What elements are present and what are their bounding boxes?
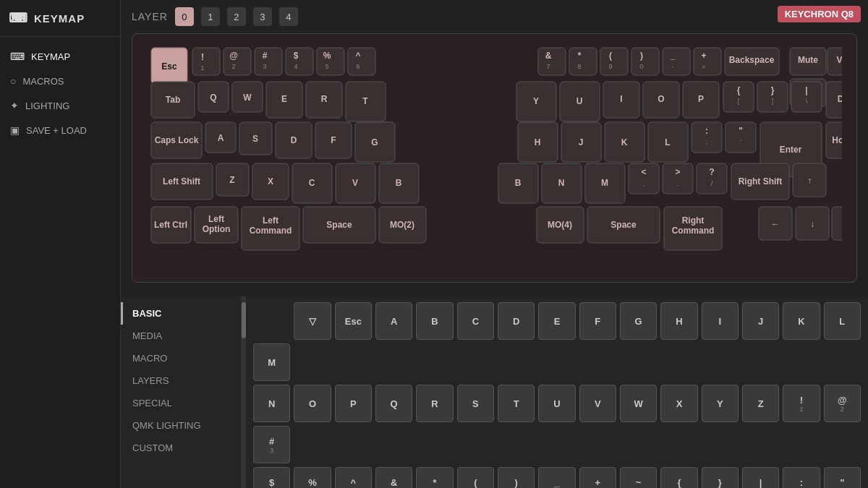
picker-key-esc[interactable]: Esc (335, 302, 372, 340)
sidebar-item-macros[interactable]: ○ MACROS (0, 69, 120, 93)
svg-text:L: L (665, 137, 670, 147)
svg-text:Command: Command (671, 226, 714, 236)
layer-btn-2[interactable]: 2 (227, 7, 246, 26)
picker-key-q[interactable]: Q (375, 385, 412, 422)
svg-text:I: I (620, 94, 622, 104)
picker-key-excl-1[interactable]: !1 (783, 385, 820, 422)
picker-key-o[interactable]: O (294, 385, 331, 422)
picker-key-lparen-9[interactable]: (9 (457, 467, 494, 488)
key-picker: BASIC MEDIA MACRO LAYERS SPECIAL QMK LIG… (121, 296, 868, 488)
category-media[interactable]: MEDIA (121, 325, 241, 347)
picker-key-f[interactable]: F (579, 302, 616, 340)
category-custom[interactable]: CUSTOM (121, 437, 241, 459)
picker-key-b[interactable]: B (416, 302, 453, 340)
picker-key-c[interactable]: C (457, 302, 494, 340)
picker-key-star-8[interactable]: *8 (416, 467, 453, 488)
svg-text:1: 1 (200, 64, 204, 72)
svg-text:Option: Option (202, 224, 230, 234)
picker-key-p[interactable]: P (335, 385, 372, 422)
svg-text:#: # (262, 51, 267, 61)
layer-btn-1[interactable]: 1 (201, 7, 220, 26)
picker-key-l[interactable]: L (824, 302, 861, 340)
svg-text:←: ← (771, 219, 780, 229)
picker-key-m[interactable]: M (253, 343, 290, 381)
category-basic[interactable]: BASIC (121, 302, 241, 325)
layer-btn-3[interactable]: 3 (253, 7, 272, 26)
svg-rect-20 (538, 48, 566, 75)
picker-key-rbrace-rbrack[interactable]: }] (702, 467, 739, 488)
picker-key-n[interactable]: N (253, 385, 290, 422)
sidebar-item-lighting-label: LIGHTING (25, 100, 69, 111)
picker-key-d[interactable]: D (498, 302, 535, 340)
picker-key-v[interactable]: V (579, 385, 616, 422)
sidebar-item-lighting[interactable]: ✦ LIGHTING (0, 93, 120, 118)
svg-text:4: 4 (294, 63, 297, 70)
svg-text:-: - (671, 63, 673, 70)
category-layers[interactable]: LAYERS (121, 369, 241, 392)
picker-key-h[interactable]: H (660, 302, 697, 340)
svg-text:&: & (545, 51, 551, 61)
layer-btn-0[interactable]: 0 (175, 7, 194, 26)
picker-key-z[interactable]: Z (742, 385, 779, 422)
svg-text:O: O (658, 94, 664, 104)
picker-key-amp-7[interactable]: &7 (375, 467, 412, 488)
svg-text:M: M (601, 178, 608, 188)
picker-key-x[interactable]: X (660, 385, 697, 422)
picker-key-lbrace-lbrack[interactable]: {[ (660, 467, 697, 488)
svg-text:P: P (697, 94, 703, 104)
layer-label: LAYER (132, 11, 168, 22)
svg-text:$: $ (293, 51, 298, 61)
svg-text:Space: Space (326, 220, 352, 230)
picker-key-at-2[interactable]: @2 (824, 385, 861, 422)
picker-key-colon-semi[interactable]: :; (783, 467, 820, 488)
picker-key-dollar-4[interactable]: $4 (253, 467, 290, 488)
picker-key-rparen-0[interactable]: )0 (498, 467, 535, 488)
svg-rect-35 (694, 48, 721, 75)
category-qmk-lighting[interactable]: QMK LIGHTING (121, 414, 241, 437)
keyboard-icon: ⌨ (9, 10, 28, 26)
picker-key-plus-equal[interactable]: += (579, 467, 616, 488)
svg-text:S: S (252, 134, 258, 144)
picker-key-transparent[interactable]: ▽ (294, 302, 331, 340)
picker-key-caret-6[interactable]: ^6 (335, 467, 372, 488)
svg-text:Y: Y (532, 96, 538, 106)
svg-text:0: 0 (639, 63, 643, 70)
picker-key-pct-5[interactable]: %5 (294, 467, 331, 488)
picker-key-t[interactable]: T (498, 385, 535, 422)
svg-text:Left Ctrl: Left Ctrl (154, 220, 187, 230)
category-macro[interactable]: MACRO (121, 347, 241, 369)
picker-key-a[interactable]: A (375, 302, 412, 340)
picker-key-i[interactable]: I (702, 302, 739, 340)
svg-text:Space: Space (610, 220, 637, 230)
picker-key-s[interactable]: S (457, 385, 494, 422)
picker-key-y[interactable]: Y (702, 385, 739, 422)
layer-btn-4[interactable]: 4 (279, 7, 298, 26)
svg-text:G: G (371, 137, 378, 147)
picker-key-u[interactable]: U (538, 385, 575, 422)
sidebar-item-keymap[interactable]: ⌨ KEYMAP (0, 44, 120, 69)
picker-key-w[interactable]: W (620, 385, 657, 422)
svg-text:D: D (290, 135, 297, 145)
svg-text:_: _ (669, 51, 675, 61)
picker-key-r[interactable]: R (416, 385, 453, 422)
picker-key-tilde-grave[interactable]: ~` (620, 467, 657, 488)
svg-text:Enter: Enter (779, 145, 801, 155)
svg-text:X: X (267, 176, 273, 187)
svg-text:Left: Left (263, 215, 278, 226)
category-special[interactable]: SPECIAL (121, 392, 241, 414)
picker-key-pipe-bslash[interactable]: |\ (742, 467, 779, 488)
svg-text:<: < (641, 167, 646, 177)
picker-key-e[interactable]: E (538, 302, 575, 340)
picker-key-hash-3[interactable]: #3 (253, 426, 290, 463)
picker-scrollbar[interactable] (242, 296, 246, 488)
picker-key-under-minus[interactable]: _- (538, 467, 575, 488)
svg-text:Left Shift: Left Shift (163, 176, 200, 187)
picker-key-j[interactable]: J (742, 302, 779, 340)
sidebar-item-save-load[interactable]: ▣ SAVE + LOAD (0, 118, 120, 142)
scrollbar-thumb (242, 302, 246, 338)
app-logo: ⌨ KEYMAP (9, 10, 111, 26)
picker-key-g[interactable]: G (620, 302, 657, 340)
picker-key-quote-apos[interactable]: "' (824, 467, 861, 488)
picker-key-k[interactable]: K (783, 302, 820, 340)
svg-rect-23 (569, 48, 597, 75)
